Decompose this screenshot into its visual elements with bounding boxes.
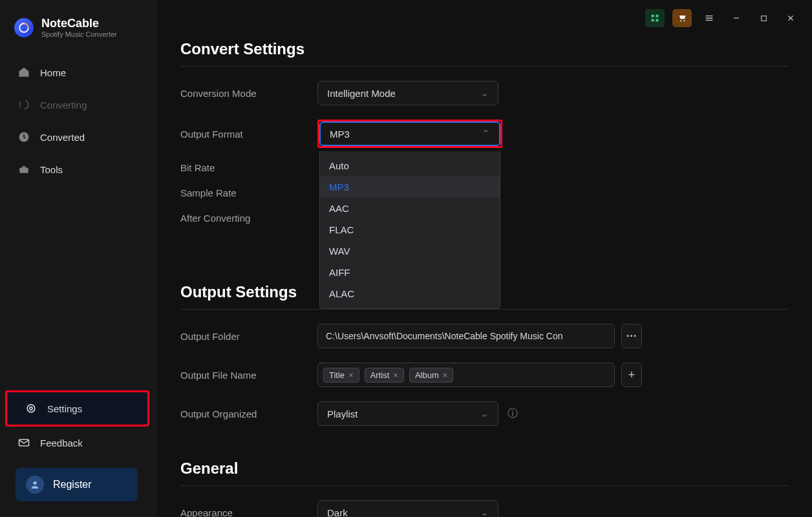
sidebar-item-label: Converted xyxy=(40,132,85,143)
brand-text: NoteCable Spotify Music Converter xyxy=(41,17,117,38)
svg-rect-9 xyxy=(652,15,654,17)
select-output-organized[interactable]: Playlist ⌄ xyxy=(317,401,498,426)
home-icon xyxy=(17,65,31,79)
cart-icon[interactable] xyxy=(672,9,692,27)
window-controls xyxy=(645,9,800,27)
app-logo-icon xyxy=(14,18,34,37)
divider xyxy=(180,309,789,310)
close-icon[interactable]: × xyxy=(348,370,354,380)
svg-rect-10 xyxy=(656,15,658,17)
select-value: Playlist xyxy=(327,408,358,419)
row-output-filename: Output File Name Title× Artist× Album× + xyxy=(180,363,789,387)
select-value: Intelligent Mode xyxy=(327,88,396,99)
gear-icon xyxy=(24,401,38,416)
toolbox-icon xyxy=(17,162,31,176)
sidebar-item-converting[interactable]: Converting xyxy=(0,89,157,121)
select-output-format[interactable]: MP3 ⌃ xyxy=(319,121,500,146)
row-output-folder: Output Folder C:\Users\Anvsoft\Documents… xyxy=(180,324,789,348)
label-conversion-mode: Conversion Mode xyxy=(180,88,317,99)
svg-rect-11 xyxy=(652,19,654,21)
sidebar-item-tools[interactable]: Tools xyxy=(0,153,157,185)
chevron-down-icon: ⌄ xyxy=(480,87,489,99)
dropdown-output-format: Auto MP3 AAC FLAC WAV AIFF ALAC xyxy=(319,151,500,309)
nav-bottom: Settings Feedback Register xyxy=(0,390,157,504)
chevron-down-icon: ⌄ xyxy=(480,408,489,419)
divider xyxy=(180,485,789,486)
row-conversion-mode: Conversion Mode Intelligent Mode ⌄ xyxy=(180,81,789,105)
select-value: Dark xyxy=(327,507,348,518)
option-auto[interactable]: Auto xyxy=(320,155,500,176)
option-aac[interactable]: AAC xyxy=(320,198,500,219)
sidebar-item-label: Feedback xyxy=(40,438,83,448)
label-output-organized: Output Organized xyxy=(180,408,317,419)
svg-rect-4 xyxy=(23,166,26,168)
select-appearance[interactable]: Dark ⌄ xyxy=(317,500,498,517)
chip-album[interactable]: Album× xyxy=(409,368,453,383)
sidebar-item-label: Tools xyxy=(40,164,63,175)
maximize-icon[interactable] xyxy=(754,9,773,27)
label-sample-rate: Sample Rate xyxy=(180,187,317,198)
user-icon xyxy=(26,476,44,494)
close-icon[interactable]: × xyxy=(393,370,398,380)
option-alac[interactable]: ALAC xyxy=(320,283,500,304)
svg-point-6 xyxy=(30,407,32,410)
sidebar-item-settings[interactable]: Settings xyxy=(5,390,149,427)
app-name: NoteCable xyxy=(41,17,117,30)
close-icon[interactable]: × xyxy=(443,370,448,380)
option-wav[interactable]: WAV xyxy=(320,240,500,262)
svg-point-8 xyxy=(33,481,36,485)
label-output-format: Output Format xyxy=(180,129,317,140)
browse-button[interactable]: ··· xyxy=(621,324,642,348)
output-format-highlight: MP3 ⌃ Auto MP3 AAC FLAC WAV AIFF ALAC xyxy=(317,120,502,148)
add-chip-button[interactable]: + xyxy=(621,363,642,387)
input-output-folder[interactable]: C:\Users\Anvsoft\Documents\NoteCable Spo… xyxy=(317,324,615,348)
convert-settings-title: Convert Settings xyxy=(180,40,789,58)
svg-point-1 xyxy=(19,100,28,109)
label-output-folder: Output Folder xyxy=(180,331,317,342)
register-label: Register xyxy=(53,479,92,491)
label-output-filename: Output File Name xyxy=(180,370,317,381)
label-appearance: Appearance xyxy=(180,507,317,518)
sidebar-item-label: Converting xyxy=(40,100,87,111)
svg-rect-12 xyxy=(656,19,658,21)
label-after-converting: After Converting xyxy=(180,213,317,224)
nav-top: Home Converting Converted Tools xyxy=(0,56,157,185)
divider xyxy=(180,66,789,67)
minimize-icon[interactable] xyxy=(727,9,746,27)
sidebar: NoteCable Spotify Music Converter Home C… xyxy=(0,0,157,517)
chevron-down-icon: ⌄ xyxy=(480,507,489,517)
input-output-filename[interactable]: Title× Artist× Album× xyxy=(317,363,615,387)
svg-rect-13 xyxy=(761,16,766,21)
clock-icon xyxy=(17,130,31,144)
register-button[interactable]: Register xyxy=(16,468,138,501)
spinner-icon xyxy=(17,98,31,112)
mail-icon xyxy=(17,436,31,450)
chip-title[interactable]: Title× xyxy=(323,368,359,383)
sidebar-item-converted[interactable]: Converted xyxy=(0,121,157,153)
app-subtitle: Spotify Music Converter xyxy=(41,30,117,38)
sidebar-item-label: Home xyxy=(40,67,66,78)
row-appearance: Appearance Dark ⌄ xyxy=(180,500,789,517)
sidebar-item-feedback[interactable]: Feedback xyxy=(0,427,149,459)
row-output-organized: Output Organized Playlist ⌄ ⓘ xyxy=(180,401,789,426)
general-title: General xyxy=(180,459,789,478)
svg-rect-3 xyxy=(19,168,28,173)
grid-icon[interactable] xyxy=(645,9,665,27)
select-conversion-mode[interactable]: Intelligent Mode ⌄ xyxy=(317,81,498,105)
info-icon[interactable]: ⓘ xyxy=(508,407,518,421)
chevron-up-icon: ⌃ xyxy=(482,128,490,140)
option-mp3[interactable]: MP3 xyxy=(320,176,500,198)
sidebar-item-home[interactable]: Home xyxy=(0,56,157,89)
chip-artist[interactable]: Artist× xyxy=(365,368,404,383)
sidebar-item-label: Settings xyxy=(47,403,82,414)
close-icon[interactable] xyxy=(781,9,800,27)
option-aiff[interactable]: AIFF xyxy=(320,262,500,283)
main-content: Convert Settings Conversion Mode Intelli… xyxy=(157,0,812,517)
row-output-format: Output Format MP3 ⌃ Auto MP3 AAC FLAC WA… xyxy=(180,120,789,148)
brand: NoteCable Spotify Music Converter xyxy=(0,13,157,50)
menu-icon[interactable] xyxy=(700,9,719,27)
option-flac[interactable]: FLAC xyxy=(320,219,500,240)
select-value: MP3 xyxy=(330,129,350,140)
svg-point-5 xyxy=(27,405,35,412)
label-bitrate: Bit Rate xyxy=(180,162,317,173)
